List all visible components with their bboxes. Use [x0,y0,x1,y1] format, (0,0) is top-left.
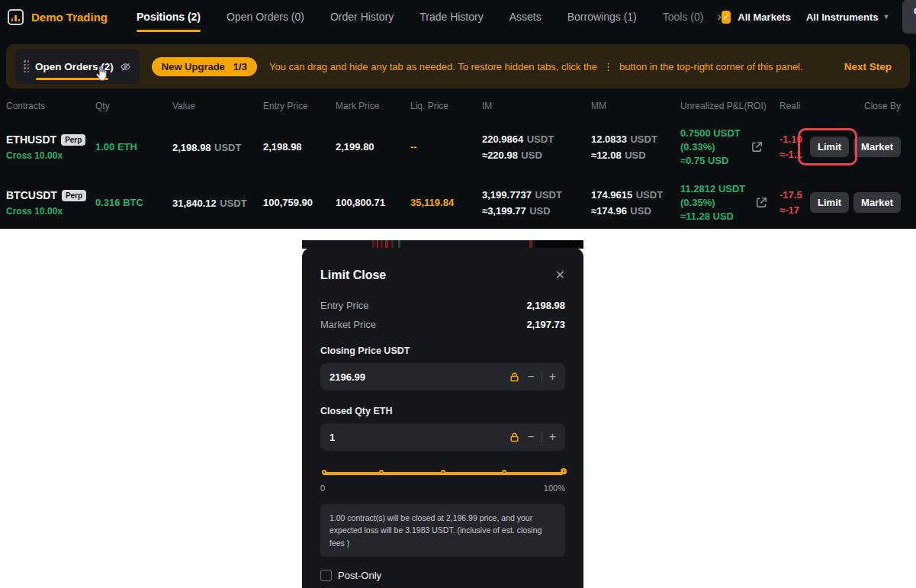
check-icon: ✓ [722,13,729,21]
unrealized-pnl-cell: 11.2812 USDT (0.35%) ≈11.28 USD [680,182,779,223]
tab-assets[interactable]: Assets [509,11,542,23]
contract-symbol[interactable]: BTCUSDT [6,189,57,201]
share-pnl-icon[interactable] [755,196,768,209]
value-cell: 31,840.12 USDT [172,196,263,210]
plus-stepper[interactable]: + [549,431,556,443]
realized-amount: -1.10 [779,132,805,147]
contract-symbol[interactable]: ETHUSDT [6,133,56,146]
realized-amount: -17.5 [779,188,805,203]
brand-logo-icon [8,9,24,25]
banner-message: You can drag and hide any tab as needed.… [269,61,803,72]
margin-leverage[interactable]: Cross 10.00x [6,206,95,217]
slider-max-label: 100% [544,484,565,493]
upnl-roi: (0.33%) [680,140,741,154]
nav-right-controls: ✓ All Markets All Instruments ▼ Close Al… [722,0,916,34]
all-instruments-select[interactable]: All Instruments [806,11,879,23]
entry-price-cell: 2,198.98 [263,141,336,153]
qty-cell: 1.00 ETH [95,141,172,153]
im-usd: ≈220.98 [482,149,518,161]
closing-price-value[interactable]: 2196.99 [329,371,502,383]
qty-percent-slider[interactable] [320,468,565,480]
tab-positions[interactable]: Positions (2) [137,11,201,23]
slider-tick-50[interactable] [441,470,445,474]
market-price-value: 2,197.73 [526,319,565,330]
upnl-amount: 11.2812 USDT [680,182,745,196]
slider-labels: 0 100% [320,484,565,493]
badge-label: New Upgrade [162,61,225,72]
top-nav: Demo Trading Positions (2) Open Orders (… [0,0,916,34]
market-price-label: Market Price [320,319,376,330]
inline-kebab-icon: ⋮ [603,61,613,72]
tab-borrowings[interactable]: Borrowings (1) [567,11,637,23]
closing-price-input[interactable]: 2196.99 − + [320,363,565,390]
col-realized: Reali [779,101,805,111]
value-unit: USDT [220,198,246,209]
mm-unit: USDT [636,189,663,201]
banner-message-part2: button in the top-right corner of this p… [619,61,803,72]
all-markets-label[interactable]: All Markets [738,11,790,23]
mm-usd-unit: USD [630,205,651,217]
realized-pnl-cell: -1.10 ≈-1.1 [779,132,805,162]
tab-open-orders[interactable]: Open Orders (0) [227,11,304,23]
tab-tools[interactable]: Tools (0) [663,11,704,23]
value-amount: 2,198.98 [172,142,211,153]
close-by-cell: Limit Market [805,192,901,213]
mm-cell: 12.0833 USDT ≈12.08 USD [591,131,680,163]
closed-qty-value[interactable]: 1 [329,432,502,443]
all-markets-checkbox[interactable]: ✓ [722,11,731,24]
margin-leverage[interactable]: Cross 10.00x [6,150,95,161]
unrealized-pnl-cell: 0.7500 USDT (0.33%) ≈0.75 USD [680,127,779,168]
slider-tick-0[interactable] [322,470,326,474]
table-row: BTCUSDTPerp Cross 10.00x 0.316 BTC 31,84… [0,175,916,230]
market-close-button[interactable]: Market [853,192,901,213]
close-all-button[interactable]: Close All [902,0,916,34]
minus-stepper[interactable]: − [527,431,534,443]
next-step-link[interactable]: Next Step [844,61,892,72]
market-price-row: Market Price 2,197.73 [320,319,565,330]
minus-stepper[interactable]: − [527,371,534,383]
brand-title: Demo Trading [31,11,108,24]
slider-handle[interactable] [561,468,567,474]
plus-stepper[interactable]: + [549,371,556,383]
tab-trade-history[interactable]: Trade History [419,11,484,23]
table-row: ETHUSDTPerp Cross 10.00x 1.00 ETH 2,198.… [0,119,916,175]
limit-close-button[interactable]: Limit [810,192,849,213]
eye-off-icon[interactable] [120,61,131,72]
slider-tick-75[interactable] [502,470,506,474]
dropdown-caret-icon[interactable]: ▼ [883,13,890,21]
qty-cell: 0.316 BTC [95,197,172,208]
lock-icon[interactable] [509,432,520,443]
im-amount: 220.9864 [482,133,523,145]
mm-cell: 174.9615 USDT ≈174.96 USD [591,187,680,219]
value-unit: USDT [214,142,241,153]
entry-price-value: 2,198.98 [526,300,565,311]
close-icon[interactable]: ✕ [555,268,565,282]
slider-tick-25[interactable] [379,470,384,474]
upnl-usd: ≈0.75 USD [680,154,741,168]
badge-step: 1/3 [233,61,247,72]
open-orders-tile[interactable]: Open Orders (2) [15,49,140,84]
im-cell: 3,199.7737 USDT ≈3,199.77 USD [482,187,591,219]
market-close-button[interactable]: Market [853,137,901,157]
positions-panel: Demo Trading Positions (2) Open Orders (… [0,0,916,229]
stepper-divider [542,371,542,382]
col-entry-price: Entry Price [263,101,336,111]
contracts-cell: ETHUSDTPerp Cross 10.00x [6,133,95,161]
tab-order-history[interactable]: Order History [330,11,394,23]
limit-close-button[interactable]: Limit [810,137,849,157]
col-im: IM [482,101,591,111]
closed-qty-input[interactable]: 1 − + [320,423,565,451]
entry-price-label: Entry Price [320,300,369,311]
share-pnl-icon[interactable] [750,140,763,153]
mm-usd-unit: USD [625,149,645,161]
closing-price-label: Closing Price USDT [320,345,565,356]
table-header-row: Contracts Qty Value Entry Price Mark Pri… [0,101,916,111]
drag-handle-icon[interactable] [24,60,29,72]
closed-qty-label: Closed Qty ETH [320,406,565,416]
post-only-checkbox[interactable] [320,570,332,581]
post-only-row[interactable]: Post-Only [320,570,565,581]
liq-price-cell: -- [410,141,482,153]
banner-message-part1: You can drag and hide any tab as needed.… [269,61,597,72]
lock-icon[interactable] [509,371,520,383]
col-liq-price: Liq. Price [410,101,482,111]
